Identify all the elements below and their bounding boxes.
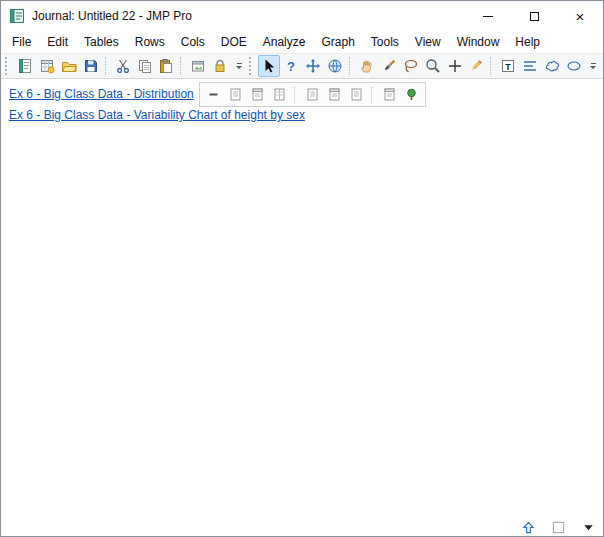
journal-link-variability-chart[interactable]: Ex 6 - Big Class Data - Variability Char… (9, 108, 305, 122)
overflow-bar-icon (237, 63, 242, 64)
toolbar-grip[interactable] (5, 57, 10, 75)
toolbar-separator (349, 57, 353, 75)
copy-button[interactable] (134, 55, 156, 77)
copy-icon (137, 58, 153, 74)
minimize-button[interactable] (465, 1, 511, 31)
collapse-button[interactable] (204, 85, 223, 104)
maximize-button[interactable] (511, 1, 557, 31)
brush-tool-button[interactable] (378, 55, 400, 77)
journal-link-distribution[interactable]: Ex 6 - Big Class Data - Distribution (9, 87, 194, 101)
menu-doe[interactable]: DOE (213, 32, 255, 52)
page-icon (328, 88, 341, 101)
chevron-down-icon (236, 66, 242, 69)
maximize-icon (530, 12, 539, 21)
overflow-bar-icon (591, 63, 596, 64)
jmp-journal-window: Journal: Untitled 22 - JMP Pro × File Ed… (0, 0, 604, 537)
close-button[interactable]: × (557, 1, 603, 31)
polygon-tool-button[interactable] (541, 55, 563, 77)
menu-tools[interactable]: Tools (363, 32, 407, 52)
tools-toolbar-grip[interactable] (249, 57, 254, 75)
help-tool-button[interactable]: ? (280, 55, 302, 77)
journal-page-button[interactable] (347, 85, 366, 104)
paste-button[interactable] (156, 55, 178, 77)
cut-icon (115, 58, 131, 74)
menu-file[interactable]: File (4, 32, 39, 52)
journal-page-button[interactable] (270, 85, 289, 104)
menu-bar: File Edit Tables Rows Cols DOE Analyze G… (1, 31, 603, 53)
journal-page-button[interactable] (248, 85, 267, 104)
page-icon (229, 88, 242, 101)
menu-analyze[interactable]: Analyze (255, 32, 314, 52)
save-button[interactable] (80, 55, 102, 77)
magnifier-tool-icon (425, 58, 441, 74)
open-button[interactable] (58, 55, 80, 77)
text-tool-button[interactable]: T (497, 55, 519, 77)
menu-rows[interactable]: Rows (127, 32, 173, 52)
grabber-tool-button[interactable] (356, 55, 378, 77)
title-bar: Journal: Untitled 22 - JMP Pro × (1, 1, 603, 31)
scroll-up-button[interactable] (519, 519, 537, 535)
menu-view[interactable]: View (407, 32, 449, 52)
journal-page-button[interactable] (303, 85, 322, 104)
text-tool-icon: T (500, 58, 516, 74)
lasso-tool-button[interactable] (400, 55, 422, 77)
journal-item-hover-toolbar (199, 82, 426, 107)
menu-edit[interactable]: Edit (39, 32, 76, 52)
svg-text:?: ? (287, 59, 295, 74)
main-toolbar: ? (1, 53, 603, 79)
menu-window[interactable]: Window (449, 32, 508, 52)
toolbar-separator (180, 57, 184, 75)
new-data-table-button[interactable] (36, 55, 58, 77)
page-icon (273, 88, 286, 101)
crosshair-tool-button[interactable] (444, 55, 466, 77)
journal-content: Ex 6 - Big Class Data - Distribution Ex … (1, 79, 603, 518)
lock-button[interactable] (209, 55, 231, 77)
save-icon (83, 58, 99, 74)
menu-graph[interactable]: Graph (313, 32, 362, 52)
paste-icon (158, 58, 174, 74)
move-tool-icon (305, 58, 321, 74)
open-folder-icon (61, 58, 77, 74)
magnifier-tool-button[interactable] (422, 55, 444, 77)
lasso-tool-icon (403, 58, 419, 74)
window-box-icon (551, 520, 566, 535)
toolbar-overflow-button[interactable] (233, 63, 245, 69)
journal-page-button[interactable] (380, 85, 399, 104)
journal-page-button[interactable] (325, 85, 344, 104)
page-icon (251, 88, 264, 101)
new-journal-icon (17, 58, 33, 74)
polygon-tool-icon (544, 58, 560, 74)
close-icon: × (576, 9, 585, 24)
new-journal-button[interactable] (14, 55, 36, 77)
toolbar-separator (490, 57, 494, 75)
window-indicator-button[interactable] (549, 519, 567, 535)
pencil-tool-icon (468, 58, 484, 74)
tools-overflow-button[interactable] (587, 63, 599, 69)
svg-text:T: T (506, 62, 512, 72)
hover-toolbar-separator (371, 87, 375, 103)
cut-button[interactable] (112, 55, 134, 77)
lines-tool-button[interactable] (519, 55, 541, 77)
internet-open-button[interactable] (324, 55, 346, 77)
page-icon (306, 88, 319, 101)
oval-tool-button[interactable] (563, 55, 585, 77)
menu-tables[interactable]: Tables (76, 32, 127, 52)
menu-help[interactable]: Help (507, 32, 548, 52)
page-icon (383, 88, 396, 101)
annotate-tool-button[interactable] (465, 55, 487, 77)
help-tool-icon: ? (283, 58, 299, 74)
chevron-down-icon (590, 66, 596, 69)
move-tool-button[interactable] (302, 55, 324, 77)
menu-cols[interactable]: Cols (173, 32, 213, 52)
arrow-tool-button[interactable] (258, 55, 280, 77)
jmp-journal-icon (9, 8, 25, 24)
journal-page-button[interactable] (226, 85, 245, 104)
copy-picture-button[interactable] (187, 55, 209, 77)
collapse-icon (207, 88, 220, 101)
lines-tool-icon (522, 58, 538, 74)
tree-icon (405, 88, 418, 101)
journal-tree-button[interactable] (402, 85, 421, 104)
dropdown-arrow-icon (581, 520, 596, 535)
status-bar (1, 518, 603, 536)
window-list-dropdown-button[interactable] (579, 519, 597, 535)
